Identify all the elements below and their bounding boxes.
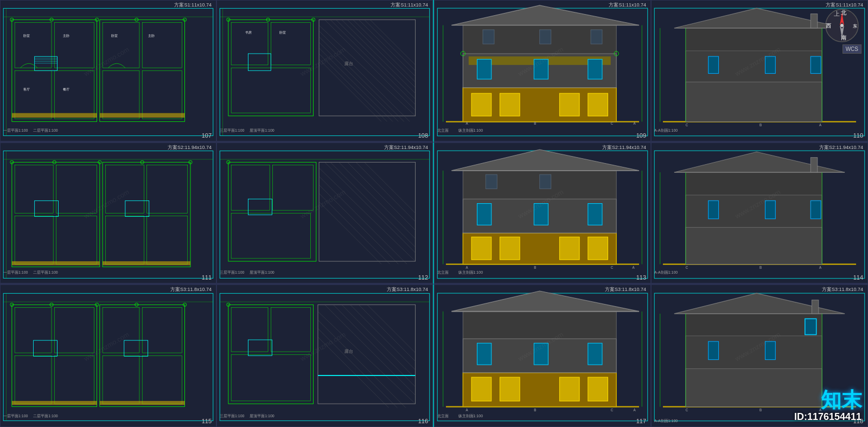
- svg-rect-212: [588, 203, 602, 225]
- svg-rect-2: [15, 23, 52, 68]
- svg-rect-128: [12, 401, 97, 405]
- drawing-115[interactable]: 方案S3:11.8x10.74: [0, 284, 216, 427]
- sheet-117-number: 117: [636, 418, 646, 424]
- svg-text:A: A: [819, 123, 822, 127]
- drawing-113[interactable]: 方案S2:11.94x10.74: [434, 143, 651, 284]
- svg-line-53: [319, 59, 381, 121]
- svg-rect-110: [15, 308, 52, 353]
- svg-rect-35: [271, 23, 310, 65]
- svg-line-96: [339, 162, 416, 238]
- sheet-117-caption: 北立面 纵主剖面1:100: [437, 413, 483, 419]
- drawing-117[interactable]: 方案S3:11.8x10.74: [434, 284, 651, 427]
- svg-rect-31: [100, 113, 185, 118]
- svg-line-49: [319, 37, 404, 122]
- drawing-114[interactable]: 方案S2:11.94x10.74: [651, 143, 868, 284]
- svg-rect-224: [686, 227, 822, 264]
- svg-text:B: B: [534, 408, 536, 412]
- svg-rect-32: [220, 8, 430, 135]
- svg-text:C: C: [611, 121, 614, 125]
- svg-text:卧室: 卧室: [111, 34, 118, 37]
- svg-text:B: B: [760, 408, 762, 412]
- svg-rect-120: [124, 340, 148, 356]
- svg-rect-116: [142, 308, 182, 353]
- svg-rect-70: [103, 162, 190, 267]
- svg-rect-90: [272, 165, 313, 210]
- svg-rect-36: [231, 68, 310, 113]
- drawing-112[interactable]: 方案S2:11.94x10.74: [216, 143, 433, 284]
- svg-rect-92: [319, 162, 416, 261]
- svg-line-42: [342, 20, 416, 93]
- svg-rect-111: [54, 308, 94, 353]
- svg-text:C: C: [611, 408, 614, 412]
- svg-rect-183: [686, 82, 822, 121]
- sheet-115-number: 115: [202, 418, 212, 424]
- sheet-113-caption: 北立面 纵主剖面1:100: [437, 270, 483, 275]
- svg-rect-229: [709, 200, 719, 219]
- svg-line-41: [336, 20, 415, 99]
- drawing-108[interactable]: 方案S1:11x10.74: [216, 0, 433, 141]
- svg-rect-13: [142, 23, 182, 68]
- svg-text:www.znzmo.com: www.znzmo.com: [298, 188, 347, 221]
- svg-text:www.znzmo.com: www.znzmo.com: [82, 188, 130, 221]
- drawing-111[interactable]: 方案S2:11.94x10.74: [0, 143, 216, 284]
- svg-text:B: B: [760, 123, 762, 127]
- main-canvas: 方案S1:11x10.74: [0, 0, 868, 427]
- svg-rect-112: [15, 356, 52, 404]
- svg-line-99: [365, 162, 416, 213]
- svg-rect-64: [3, 151, 213, 278]
- drawing-107[interactable]: 方案S1:11x10.74: [0, 0, 216, 141]
- svg-line-38: [319, 25, 416, 116]
- brand-id: ID:1176154411: [794, 411, 861, 423]
- sheet-111-title: 方案S2:11.94x10.74: [168, 144, 212, 151]
- svg-line-97: [347, 162, 415, 230]
- drawing-118[interactable]: 方案S3:11.8x10.74: [651, 284, 868, 427]
- svg-rect-131: [220, 294, 430, 421]
- svg-rect-133: [231, 308, 268, 352]
- svg-line-46: [365, 20, 416, 70]
- svg-rect-250: [588, 377, 608, 401]
- svg-rect-213: [486, 174, 497, 189]
- svg-rect-147: [248, 340, 272, 355]
- svg-rect-263: [686, 369, 822, 407]
- svg-rect-134: [271, 308, 310, 352]
- svg-rect-37: [319, 20, 416, 116]
- svg-rect-84: [12, 261, 100, 265]
- svg-text:C: C: [686, 266, 688, 269]
- svg-rect-269: [709, 341, 719, 360]
- svg-rect-66: [15, 165, 53, 213]
- svg-rect-14: [103, 70, 139, 119]
- svg-rect-226: [686, 172, 822, 195]
- svg-rect-3: [54, 23, 94, 68]
- svg-text:A: A: [634, 408, 636, 412]
- svg-text:A: A: [819, 266, 822, 269]
- sheet-111-caption: 一层平面1:100 二层平面1:100: [3, 270, 58, 275]
- sheet-107-number: 107: [202, 132, 212, 139]
- sheet-110-caption: A-A剖面1:100: [654, 128, 678, 133]
- svg-rect-209: [588, 237, 608, 260]
- drawing-109[interactable]: 方案S1:11x10.74: [434, 0, 651, 141]
- sheet-114-caption: A-A剖面1:100: [654, 270, 678, 275]
- svg-rect-208: [559, 237, 579, 260]
- sheet-115-title: 方案S3:11.8x10.74: [170, 286, 212, 293]
- svg-rect-185: [686, 28, 822, 51]
- svg-rect-6: [35, 56, 58, 70]
- svg-text:B: B: [534, 266, 536, 269]
- svg-rect-188: [709, 56, 719, 73]
- wcs-button[interactable]: WCS: [843, 44, 861, 54]
- svg-rect-251: [477, 344, 492, 365]
- drawing-116[interactable]: 方案S3:11.8x10.74: [216, 284, 433, 427]
- svg-text:A: A: [466, 408, 469, 412]
- svg-rect-231: [810, 200, 821, 219]
- svg-text:主卧: 主卧: [148, 34, 155, 37]
- svg-rect-69: [56, 216, 97, 264]
- svg-marker-227: [674, 152, 845, 172]
- sheet-109-caption: 北立面 纵主剖面1:100: [437, 128, 483, 133]
- brand-logo: 知末: [821, 390, 862, 410]
- svg-rect-15: [142, 70, 182, 119]
- svg-text:书房: 书房: [245, 30, 252, 34]
- svg-marker-186: [674, 8, 845, 28]
- sheet-113-title: 方案S2:11.94x10.74: [602, 144, 646, 151]
- svg-line-95: [330, 162, 416, 247]
- svg-rect-73: [105, 216, 144, 264]
- svg-rect-248: [500, 377, 520, 401]
